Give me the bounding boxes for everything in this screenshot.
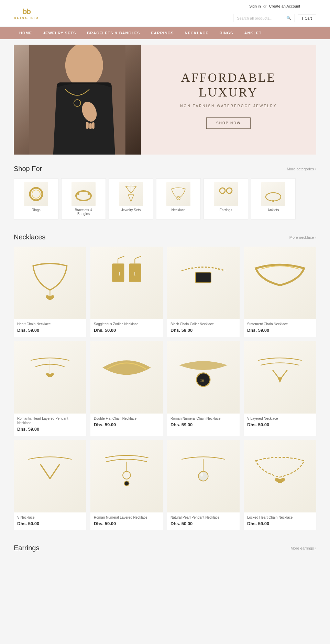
product-n6[interactable]: Double Flat Chain Necklace Dhs. 59.00 xyxy=(90,341,163,436)
category-anklets[interactable]: Anklets xyxy=(251,178,296,219)
product-n9-name: V Necklace xyxy=(17,515,83,520)
svg-point-34 xyxy=(123,471,131,479)
product-n11-name: Natural Pearl Pendant Necklace xyxy=(170,515,236,520)
nav-bracelets[interactable]: BRACELETS & BANGLES xyxy=(81,27,145,39)
navigation: HOME JEWELRY SETS BRACELETS & BANGLES EA… xyxy=(0,27,330,39)
logo[interactable]: bb BLING BIO xyxy=(14,7,39,20)
search-icon[interactable]: 🔍 xyxy=(286,16,291,20)
nav-necklace[interactable]: NECKLACE xyxy=(179,27,214,39)
svg-line-22 xyxy=(118,256,124,259)
product-n8-price: Dhs. 50.00 xyxy=(247,422,313,427)
svg-rect-5 xyxy=(86,122,89,129)
svg-marker-32 xyxy=(277,377,282,383)
product-n4-info: Statement Chain Necklace Dhs. 59.00 xyxy=(244,319,316,337)
jewelry-sets-label: Jewelry Sets xyxy=(121,208,141,212)
product-n7-image: XII xyxy=(167,341,240,414)
product-n3-name: Black Chain Collar Necklace xyxy=(170,322,236,326)
product-n3-info: Black Chain Collar Necklace Dhs. 59.00 xyxy=(167,319,240,337)
more-earrings-link[interactable]: More earrings › xyxy=(290,546,316,550)
nav-anklet[interactable]: ANKLET xyxy=(239,27,267,39)
cart-button[interactable]: [ Cart xyxy=(298,14,316,22)
shop-for-title: Shop For xyxy=(14,165,42,173)
search-box[interactable]: Search all products... 🔍 xyxy=(233,14,295,22)
hero-content: AFFORDABLELUXURY NON TARNISH WATERPROOF … xyxy=(141,57,316,143)
product-n9-info: V Necklace Dhs. 50.00 xyxy=(14,512,86,530)
svg-marker-14 xyxy=(128,195,134,202)
nav-rings[interactable]: RINGS xyxy=(214,27,239,39)
auth-or: or xyxy=(263,4,267,8)
shop-for-header: Shop For More categories › xyxy=(14,165,316,173)
svg-point-9 xyxy=(32,190,40,198)
rings-category-image xyxy=(24,182,48,206)
product-n9[interactable]: V Necklace Dhs. 50.00 xyxy=(14,440,86,530)
nav-home[interactable]: HOME xyxy=(14,27,37,39)
bracelets-category-image xyxy=(72,182,96,206)
product-n12-info: Locked Heart Chain Necklace Dhs. 59.00 xyxy=(244,512,316,530)
category-jewelry-sets[interactable]: Jewelry Sets xyxy=(109,178,153,219)
product-n5[interactable]: Romantic Heart Layered Pendant Necklace … xyxy=(14,341,86,436)
category-earrings[interactable]: Earrings xyxy=(204,178,248,219)
more-categories-link[interactable]: More categories › xyxy=(287,167,316,171)
product-n9-image xyxy=(14,440,86,512)
svg-point-12 xyxy=(88,193,90,195)
header-auth: Sign in or Create an Account xyxy=(249,4,300,8)
product-n8[interactable]: V Layered Necklace Dhs. 50.00 xyxy=(244,341,316,436)
product-n4[interactable]: Statement Chain Necklace Dhs. 59.00 xyxy=(244,247,316,337)
product-n9-price: Dhs. 50.00 xyxy=(17,521,83,526)
cart-bracket-left: [ xyxy=(302,16,303,20)
signin-link[interactable]: Sign in xyxy=(249,4,261,8)
anklets-label: Anklets xyxy=(268,208,279,212)
svg-rect-40 xyxy=(278,480,282,483)
product-n7[interactable]: XII Roman Numeral Chain Necklace Dhs. 59… xyxy=(167,341,240,436)
product-n3[interactable]: Black Chain Collar Necklace Dhs. 59.00 xyxy=(167,247,240,337)
necklace-category-image xyxy=(166,182,190,206)
nav-earrings[interactable]: EARRINGS xyxy=(145,27,179,39)
necklaces-header: Necklaces More necklace › xyxy=(14,233,316,241)
header: bb BLING BIO Sign in or Create an Accoun… xyxy=(0,0,330,27)
product-n10[interactable]: Roman Numeral Layered Necklace Dhs. 59.0… xyxy=(90,440,163,530)
product-n7-info: Roman Numeral Chain Necklace Dhs. 59.00 xyxy=(167,414,240,431)
category-rings[interactable]: Rings xyxy=(14,178,58,219)
product-n7-price: Dhs. 59.00 xyxy=(170,422,236,427)
product-n2[interactable]: I I Saggittarius Zodiac Necklace Dhs. 50… xyxy=(90,247,163,337)
svg-point-1 xyxy=(65,45,103,88)
product-n1[interactable]: Heart Chain Necklace Dhs. 59.00 xyxy=(14,247,86,337)
nav-jewelry-sets[interactable]: JEWELRY SETS xyxy=(37,27,81,39)
svg-point-18 xyxy=(266,193,281,201)
svg-text:XII: XII xyxy=(200,379,204,382)
earrings-category-image xyxy=(214,182,238,206)
product-n5-name: Romantic Heart Layered Pendant Necklace xyxy=(17,416,83,425)
svg-point-11 xyxy=(77,193,79,195)
earrings-header: Earrings More earrings › xyxy=(14,544,316,552)
product-n10-price: Dhs. 59.00 xyxy=(94,521,160,526)
product-n10-name: Roman Numeral Layered Necklace xyxy=(94,515,160,520)
product-n8-info: V Layered Necklace Dhs. 50.00 xyxy=(244,414,316,431)
product-n3-image xyxy=(167,247,240,319)
jewelry-sets-category-image xyxy=(119,182,143,206)
product-n12[interactable]: Locked Heart Chain Necklace Dhs. 59.00 xyxy=(244,440,316,530)
product-n4-price: Dhs. 59.00 xyxy=(247,328,313,333)
product-n11-image xyxy=(167,440,240,512)
product-n1-info: Heart Chain Necklace Dhs. 59.00 xyxy=(14,319,86,337)
category-bracelets[interactable]: Bracelets &Bangles xyxy=(61,178,106,219)
product-n11[interactable]: Natural Pearl Pendant Necklace Dhs. 50.0… xyxy=(167,440,240,530)
shop-now-button[interactable]: SHOP NOW xyxy=(206,117,251,129)
logo-icon: bb xyxy=(22,7,30,16)
svg-point-39 xyxy=(200,473,203,477)
category-necklace[interactable]: Necklace xyxy=(156,178,201,219)
product-n1-image xyxy=(14,247,86,319)
logo-text: BLING BIO xyxy=(14,16,39,20)
product-n10-image xyxy=(90,440,163,512)
create-account-link[interactable]: Create an Account xyxy=(269,4,300,8)
product-n3-price: Dhs. 59.00 xyxy=(170,328,236,333)
svg-rect-7 xyxy=(92,122,95,129)
hero-title: AFFORDABLELUXURY xyxy=(162,70,296,100)
product-n6-image xyxy=(90,341,163,414)
svg-rect-26 xyxy=(196,272,211,283)
product-n6-info: Double Flat Chain Necklace Dhs. 59.00 xyxy=(90,414,163,431)
more-necklaces-link[interactable]: More necklace › xyxy=(289,235,316,239)
svg-point-19 xyxy=(272,200,274,202)
necklaces-section: Necklaces More necklace › Heart Chain Ne… xyxy=(0,223,330,534)
product-n2-name: Saggittarius Zodiac Necklace xyxy=(94,322,160,326)
shop-for-section: Shop For More categories › Rings Bracele… xyxy=(0,155,330,223)
